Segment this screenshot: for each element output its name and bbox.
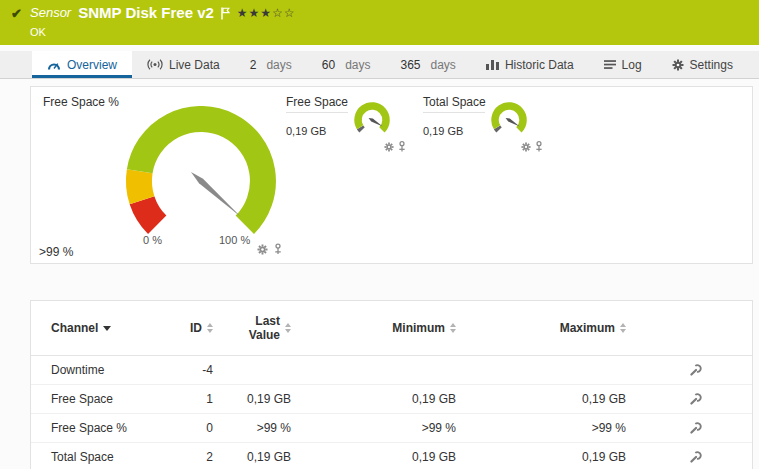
minimum-value: >99 % <box>291 421 456 435</box>
tab-unit: days <box>345 58 370 72</box>
free-space-percent-gauge <box>91 106 311 256</box>
sort-arrows-icon <box>620 323 626 333</box>
main-gauge-actions <box>257 243 282 255</box>
last-value: 0,19 GB <box>213 450 291 464</box>
prtg-sensor-page: ✔ Sensor SNMP Disk Free v2 ★★★☆☆ OK Over… <box>0 0 759 469</box>
mini-gauge-title: Total Space <box>423 95 486 109</box>
tab-settings[interactable]: Settings <box>657 51 748 78</box>
table-header: Channel ID Last Value Minimum Maximum <box>31 301 752 356</box>
table-row[interactable]: Free Space % 0 >99 % >99 % >99 % <box>31 414 752 443</box>
tab-unit: days <box>431 58 456 72</box>
priority-stars[interactable]: ★★★☆☆ <box>237 6 296 20</box>
free-space-gauge <box>350 100 394 144</box>
mini-gauge-value: 0,19 GB <box>423 125 463 137</box>
tab-overview[interactable]: Overview <box>32 51 132 78</box>
column-label: Last Value <box>238 314 280 343</box>
gear-icon <box>672 59 684 71</box>
channel-name: Downtime <box>51 363 161 377</box>
maximum-value: >99 % <box>456 421 626 435</box>
gauge-scale-max: 100 % <box>219 234 250 246</box>
channel-name: Free Space <box>51 392 161 406</box>
gauge-icon <box>47 59 61 71</box>
log-icon <box>604 59 616 70</box>
divider <box>286 112 348 113</box>
tab-number: 2 <box>250 58 257 72</box>
gauge-scale-min: 0 % <box>143 234 162 246</box>
gauge-arc-yellow <box>139 171 142 200</box>
minimum-value: 0,19 GB <box>291 450 456 464</box>
column-label: Maximum <box>560 321 615 335</box>
divider <box>423 112 485 113</box>
column-header-last-value[interactable]: Last Value <box>213 314 291 343</box>
tab-historic-data[interactable]: Historic Data <box>471 51 589 78</box>
gauge-pin-icon[interactable] <box>535 141 543 152</box>
mini-gauge-free-space: Free Space 0,19 GB <box>286 95 416 187</box>
sensor-header: ✔ Sensor SNMP Disk Free v2 ★★★☆☆ OK <box>0 0 759 45</box>
page-title: SNMP Disk Free v2 <box>78 4 214 21</box>
tab-log[interactable]: Log <box>589 51 657 78</box>
channel-name: Total Space <box>51 450 161 464</box>
sort-caret-icon <box>103 326 111 331</box>
mini-gauge-actions <box>384 141 406 152</box>
channel-id: -4 <box>161 363 213 377</box>
channel-id: 0 <box>161 421 213 435</box>
maximum-value: 0,19 GB <box>456 450 626 464</box>
column-header-channel[interactable]: Channel <box>51 321 161 335</box>
mini-gauge-title: Free Space <box>286 95 348 109</box>
status-check-icon: ✔ <box>11 6 22 21</box>
channel-id: 2 <box>161 450 213 464</box>
mini-gauge-value: 0,19 GB <box>286 125 326 137</box>
table-row[interactable]: Downtime -4 <box>31 356 752 385</box>
gauge-needle <box>506 118 520 127</box>
gauge-needle <box>191 172 241 217</box>
column-header-maximum[interactable]: Maximum <box>456 321 626 335</box>
tab-365-days[interactable]: 365 days <box>385 51 470 78</box>
gauge-arc-start <box>360 127 362 130</box>
main-gauge-value: >99 % <box>39 245 73 259</box>
gauge-pin-icon[interactable] <box>398 141 406 152</box>
table-row[interactable]: Free Space 1 0,19 GB 0,19 GB 0,19 GB <box>31 385 752 414</box>
tab-label: Settings <box>690 58 733 72</box>
table-row[interactable]: Total Space 2 0,19 GB 0,19 GB 0,19 GB <box>31 443 752 469</box>
gauge-settings-gear-icon[interactable] <box>257 244 268 255</box>
minimum-value: 0,19 GB <box>291 392 456 406</box>
column-header-minimum[interactable]: Minimum <box>291 321 456 335</box>
channel-settings-wrench-icon[interactable] <box>689 451 702 464</box>
mini-gauge-actions <box>521 141 543 152</box>
tab-2-days[interactable]: 2 days <box>235 51 307 78</box>
flag-icon[interactable] <box>221 7 230 20</box>
tab-label: Historic Data <box>505 58 574 72</box>
channel-settings-wrench-icon[interactable] <box>689 364 702 377</box>
tab-label: Overview <box>67 58 117 72</box>
object-kind-label: Sensor <box>30 5 71 20</box>
tab-bar: Overview Live Data 2 days 60 days 365 da… <box>0 51 759 79</box>
gauge-settings-gear-icon[interactable] <box>521 142 531 152</box>
last-value: 0,19 GB <box>213 392 291 406</box>
sensor-status: OK <box>30 26 46 38</box>
gauge-pin-icon[interactable] <box>274 243 282 255</box>
column-label: Minimum <box>392 321 445 335</box>
tab-label: Log <box>622 58 642 72</box>
channel-name: Free Space % <box>51 421 161 435</box>
channel-settings-wrench-icon[interactable] <box>689 422 702 435</box>
tab-live-data[interactable]: Live Data <box>132 51 235 78</box>
maximum-value: 0,19 GB <box>456 392 626 406</box>
channel-settings-wrench-icon[interactable] <box>689 393 702 406</box>
tab-number: 60 <box>322 58 335 72</box>
overview-gauges-panel: Free Space % >99 % 0 % 100 % Free Space … <box>30 86 753 264</box>
mini-gauge-total-space: Total Space 0,19 GB <box>423 95 553 187</box>
sensor-title-row: Sensor SNMP Disk Free v2 ★★★☆☆ <box>30 4 296 21</box>
channel-table-panel: Channel ID Last Value Minimum Maximum <box>30 300 753 469</box>
gauge-arc-start <box>497 127 499 130</box>
channel-id: 1 <box>161 392 213 406</box>
gauge-settings-gear-icon[interactable] <box>384 142 394 152</box>
column-label: ID <box>190 321 202 335</box>
column-label: Channel <box>51 321 98 335</box>
column-header-id[interactable]: ID <box>161 321 213 335</box>
live-data-icon <box>147 59 163 70</box>
tab-label: Live Data <box>169 58 220 72</box>
tab-unit: days <box>266 58 291 72</box>
gauge-arc-red <box>142 200 157 225</box>
last-value: >99 % <box>213 421 291 435</box>
tab-60-days[interactable]: 60 days <box>307 51 386 78</box>
